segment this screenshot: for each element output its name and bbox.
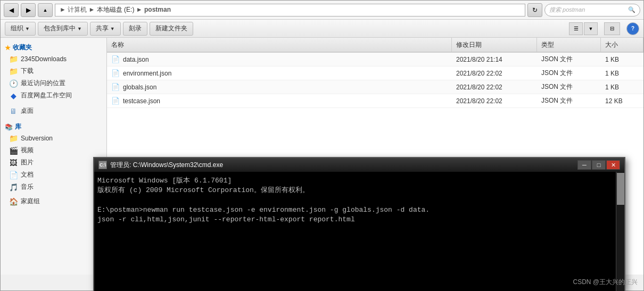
sidebar-item-music[interactable]: 🎵 音乐: [1, 181, 106, 193]
up-button[interactable]: ▲: [38, 3, 53, 17]
file-name-cell: 📄 testcase.json: [107, 97, 452, 105]
file-modified-cell: 2021/8/20 22:02: [452, 97, 537, 105]
homegroup-icon: 🏠: [9, 197, 18, 206]
folder-icon: 📁: [9, 134, 18, 143]
sidebar-desktop-label: 桌面: [21, 106, 34, 115]
favorites-header: ★ 收藏夹: [1, 40, 106, 53]
file-type-cell: JSON 文件: [537, 55, 601, 64]
file-modified-cell: 2021/8/20 22:02: [452, 84, 537, 91]
new-folder-button[interactable]: 新建文件夹: [150, 22, 193, 36]
cloud-icon: ◆: [9, 92, 18, 100]
recent-icon: 🕐: [9, 79, 18, 88]
path-text: ► 计算机 ► 本地磁盘 (E:) ► postman: [60, 5, 171, 14]
desktop-icon: 🖥: [9, 107, 18, 115]
sidebar-item-desktop[interactable]: 🖥 桌面: [1, 105, 106, 117]
sidebar-item-documents[interactable]: 📄 文档: [1, 169, 106, 181]
file-modified-cell: 2021/8/20 22:02: [452, 70, 537, 77]
video-icon: 🎬: [9, 146, 18, 155]
sidebar-item-label: 百度网盘工作空间: [21, 91, 72, 100]
column-name[interactable]: 名称: [107, 38, 452, 52]
cmd-scrollbar-thumb[interactable]: [617, 173, 624, 205]
sidebar-item-pictures[interactable]: 🖼 图片: [1, 156, 106, 169]
cmd-icon: C:\: [98, 161, 107, 169]
cmd-maximize-button[interactable]: □: [592, 160, 606, 170]
file-row[interactable]: 📄 environment.json 2021/8/20 22:02 JSON …: [107, 66, 643, 80]
organize-button[interactable]: 组织 ▼: [5, 22, 36, 36]
address-path[interactable]: ► 计算机 ► 本地磁盘 (E:) ► postman: [55, 4, 525, 16]
folder-icon: 📁: [9, 67, 18, 76]
sidebar-item-baidu[interactable]: ◆ 百度网盘工作空间: [1, 89, 106, 102]
cmd-line-5: json -r cli,html,json,junit --reporter-h…: [97, 215, 620, 225]
file-size-cell: 1 KB: [601, 70, 643, 77]
file-row[interactable]: 📄 globals.json 2021/8/20 22:02 JSON 文件 1…: [107, 80, 643, 94]
share-button[interactable]: 共享 ▼: [90, 22, 121, 36]
cmd-window: C:\ 管理员: C:\Windows\System32\cmd.exe ─ □…: [93, 157, 625, 291]
organize-label: 组织: [11, 24, 23, 33]
cmd-body[interactable]: Microsoft Windows [版本 6.1.7601] 版权所有 (c)…: [94, 172, 624, 291]
file-name-cell: 📄 globals.json: [107, 83, 452, 91]
include-library-label: 包含到库中: [44, 24, 76, 33]
search-icon[interactable]: 🔍: [628, 6, 635, 13]
file-size-cell: 1 KB: [601, 56, 643, 63]
burn-button[interactable]: 刻录: [123, 22, 147, 36]
search-placeholder: 搜索 postman: [549, 6, 585, 14]
sidebar-item-subversion[interactable]: 📁 Subversion: [1, 132, 106, 144]
refresh-button[interactable]: ↻: [527, 3, 542, 17]
cmd-title-buttons: ─ □ ✕: [577, 160, 620, 170]
file-type-cell: JSON 文件: [537, 96, 601, 105]
sidebar-item-video[interactable]: 🎬 视频: [1, 144, 106, 156]
address-bar: ◀ ▶ ▲ ► 计算机 ► 本地磁盘 (E:) ► postman ↻ 搜索 p…: [1, 1, 643, 20]
view-options-button[interactable]: ▼: [584, 22, 598, 35]
cmd-title-bar: C:\ 管理员: C:\Windows\System32\cmd.exe ─ □…: [94, 158, 624, 172]
view-details-button[interactable]: ☰: [569, 22, 583, 35]
include-library-button[interactable]: 包含到库中 ▼: [38, 22, 88, 36]
new-folder-label: 新建文件夹: [155, 24, 187, 33]
share-chevron-icon: ▼: [110, 26, 115, 31]
cmd-close-button[interactable]: ✕: [606, 160, 620, 170]
share-label: 共享: [96, 24, 109, 33]
file-type-cell: JSON 文件: [537, 82, 601, 92]
sidebar-item-2345downloads[interactable]: 📁 2345Downloads: [1, 53, 106, 65]
burn-label: 刻录: [129, 24, 142, 33]
file-row[interactable]: 📄 testcase.json 2021/8/20 22:02 JSON 文件 …: [107, 94, 643, 108]
library-icon: 📚: [5, 123, 13, 131]
file-type-cell: JSON 文件: [537, 69, 601, 78]
library-header: 📚 库: [1, 119, 106, 132]
sidebar-item-label: 文档: [21, 170, 34, 179]
forward-button[interactable]: ▶: [21, 3, 36, 17]
column-type[interactable]: 类型: [537, 38, 601, 52]
back-button[interactable]: ◀: [4, 3, 19, 17]
sidebar-item-label: 图片: [21, 158, 34, 167]
search-bar[interactable]: 搜索 postman 🔍: [544, 4, 640, 16]
documents-icon: 📄: [9, 171, 18, 179]
folder-icon: 📁: [9, 55, 18, 63]
cmd-minimize-button[interactable]: ─: [577, 160, 591, 170]
json-file-icon: 📄: [111, 69, 120, 77]
cmd-scrollbar[interactable]: [616, 172, 624, 291]
sidebar-item-homegroup[interactable]: 🏠 家庭组: [1, 195, 106, 207]
sidebar-item-downloads[interactable]: 📁 下载: [1, 65, 106, 77]
help-button[interactable]: ?: [626, 22, 639, 35]
file-name-cell: 📄 data.json: [107, 55, 452, 63]
organize-chevron-icon: ▼: [25, 26, 30, 31]
cmd-line-3: [97, 195, 620, 205]
sidebar-item-recent[interactable]: 🕐 最近访问的位置: [1, 77, 106, 89]
sidebar-homegroup-label: 家庭组: [21, 197, 40, 206]
json-file-icon: 📄: [111, 55, 120, 63]
file-name-cell: 📄 environment.json: [107, 69, 452, 77]
column-modified[interactable]: 修改日期: [452, 38, 537, 52]
toolbar: 组织 ▼ 包含到库中 ▼ 共享 ▼ 刻录 新建文件夹 ☰ ▼ ⊟ ?: [1, 20, 643, 38]
view-buttons: ☰ ▼: [569, 22, 598, 35]
file-list-header: 名称 修改日期 类型 大小: [107, 38, 643, 53]
cmd-line-2: 版权所有 (c) 2009 Microsoft Corporation。保留所有…: [97, 186, 620, 195]
sidebar: ★ 收藏夹 📁 2345Downloads 📁 下载 🕐 最近访问的位置 ◆ 百…: [1, 38, 107, 275]
sidebar-item-label: 音乐: [21, 182, 34, 192]
file-size-cell: 1 KB: [601, 84, 643, 91]
include-library-chevron-icon: ▼: [77, 26, 82, 31]
preview-pane-button[interactable]: ⊟: [604, 22, 620, 35]
cmd-line-1: Microsoft Windows [版本 6.1.7601]: [97, 176, 620, 186]
column-size[interactable]: 大小: [601, 38, 643, 52]
file-row[interactable]: 📄 data.json 2021/8/20 21:14 JSON 文件 1 KB: [107, 53, 643, 66]
json-file-icon: 📄: [111, 83, 120, 91]
favorites-star-icon: ★: [5, 44, 11, 52]
